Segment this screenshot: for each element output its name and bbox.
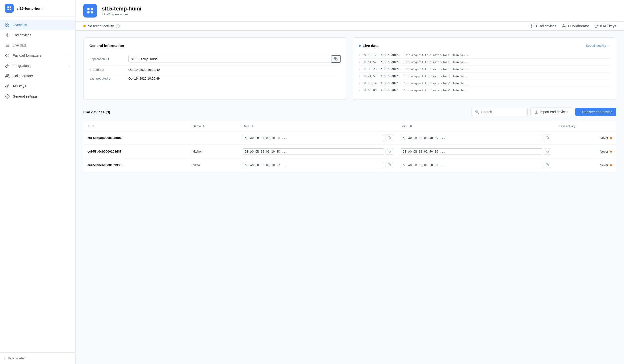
svg-rect-5 <box>8 23 9 24</box>
svg-rect-4 <box>6 23 7 24</box>
device-id: eui-58a0cb0000108d8f <box>87 150 121 153</box>
device-id-cell[interactable]: eui-58a0cb0000108b06 <box>83 131 189 145</box>
dev-eui-group: 58 A0 CB 00 00 10 93 ... <box>243 162 393 168</box>
copy-join-eui-button[interactable] <box>544 148 551 155</box>
app-id-value: sl15-temp-humi <box>107 12 129 16</box>
svg-rect-28 <box>335 58 337 60</box>
join-eui-group: 58 A0 CB 00 01 50 00 ... <box>401 148 551 155</box>
th-joineui: JoinEUI <box>397 121 555 131</box>
join-eui-group: 58 A0 CB 00 01 50 00 ... <box>401 135 551 141</box>
svg-point-8 <box>7 34 8 36</box>
sidebar: sl15-temp-humi Overview End devices Live… <box>0 0 76 364</box>
copy-dev-eui-button[interactable] <box>386 135 393 141</box>
copy-dev-eui-button[interactable] <box>386 148 393 155</box>
th-name[interactable]: Name ⇅ <box>189 121 239 131</box>
sidebar-item-api-keys[interactable]: API keys <box>0 81 75 91</box>
end-devices-stat[interactable]: 3 End devices <box>529 24 556 28</box>
svg-point-16 <box>6 74 7 76</box>
users-icon <box>5 73 10 78</box>
end-devices-section-header: End devices (3) 🔍 Import end devices + R… <box>83 108 616 116</box>
dev-eui-value: 58 A0 CB 00 00 10 8D ... <box>243 148 384 155</box>
never-dot <box>610 164 612 166</box>
svg-rect-33 <box>389 165 391 166</box>
chevron-down-icon: ⌄ <box>68 54 70 57</box>
hide-sidebar-button[interactable]: ‹ Hide sidebar <box>0 352 75 364</box>
last-activity-cell: Never <box>555 158 616 172</box>
join-eui-value: 58 A0 CB 00 01 50 00 ... <box>401 148 542 155</box>
sidebar-item-label: Payload formatters <box>13 53 41 57</box>
join-eui-value: 58 A0 CB 00 01 50 00 ... <box>401 162 542 168</box>
application-id-input[interactable] <box>129 56 332 62</box>
search-input[interactable] <box>481 110 524 114</box>
device-id-cell[interactable]: eui-58a0cb0000108d8f <box>83 145 189 158</box>
activity-device: eui-58a0cb... <box>381 89 402 92</box>
app-info: sl15-temp-humi ID: sl15-temp-humi <box>102 6 141 16</box>
dev-eui-value: 58 A0 CB 00 00 10 93 ... <box>243 162 384 168</box>
copy-join-eui-button[interactable] <box>544 162 551 168</box>
created-at-row: Created at Oct 19, 2022 10:20:49 <box>89 66 341 74</box>
general-info-card: General information Application ID Creat… <box>83 37 347 100</box>
device-id-cell[interactable]: eui-58a0cb0000109336 <box>83 158 189 172</box>
api-keys-stat-icon <box>595 24 599 28</box>
last-activity-value: Never <box>600 163 608 167</box>
activity-time: 08:51:52 <box>363 60 379 64</box>
application-id-field <box>128 55 341 63</box>
help-icon[interactable]: ? <box>116 24 120 28</box>
collaborators-stat[interactable]: 1 Collaborator <box>562 24 589 28</box>
join-eui-value: 58 A0 CB 00 01 50 00 ... <box>401 135 542 141</box>
dev-eui-group: 58 A0 CB 00 00 10 8B ... <box>243 135 393 141</box>
sidebar-item-integrations[interactable]: Integrations ⌄ <box>0 61 75 71</box>
sidebar-item-label: Live data <box>13 43 26 47</box>
sidebar-item-overview[interactable]: Overview <box>0 20 75 30</box>
import-end-devices-button[interactable]: Import end devices <box>530 108 572 116</box>
activity-device: eui-58a0cb... <box>381 53 402 57</box>
copy-dev-eui-button[interactable] <box>386 162 393 168</box>
sidebar-item-payload-formatters[interactable]: Payload formatters ⌄ <box>0 50 75 61</box>
dev-eui-group: 58 A0 CB 00 00 10 8D ... <box>243 148 393 155</box>
svg-rect-3 <box>10 9 11 10</box>
activity-device: eui-58a0cb... <box>381 67 402 71</box>
activity-time: 08:08:00 <box>363 89 379 92</box>
sidebar-item-general-settings[interactable]: General settings <box>0 91 75 101</box>
sidebar-header: sl15-temp-humi <box>0 0 75 17</box>
key-icon <box>5 84 10 89</box>
register-end-device-button[interactable]: + Register end device <box>575 108 616 116</box>
created-at-label: Created at <box>89 68 128 72</box>
last-updated-row: Last updated at Oct 19, 2022 10:20:49 <box>89 74 341 83</box>
status-bar: No recent activity ? 3 End devices 1 Col… <box>76 22 624 31</box>
live-data-header: Live data See all activity → <box>359 44 610 48</box>
end-devices-section-title: End devices (3) <box>83 110 110 114</box>
copy-application-id-button[interactable] <box>332 55 340 63</box>
last-activity-cell: Never <box>555 145 616 158</box>
api-keys-stat[interactable]: 0 API keys <box>595 24 616 28</box>
code-icon <box>5 53 10 58</box>
search-box[interactable]: 🔍 <box>471 108 527 116</box>
link-icon <box>5 63 10 68</box>
svg-rect-31 <box>389 151 391 153</box>
th-last-activity-label: Last activity <box>559 124 575 128</box>
svg-rect-6 <box>6 25 7 26</box>
svg-rect-0 <box>7 7 9 8</box>
devices-icon <box>5 33 10 37</box>
activity-device: eui-58a0cb... <box>381 81 402 85</box>
copy-join-eui-button[interactable] <box>544 135 551 141</box>
activity-row: ↑ 09:18:12 eui-58a0cb... Join-request to… <box>359 51 610 59</box>
sidebar-item-end-devices[interactable]: End devices <box>0 30 75 40</box>
th-id[interactable]: ID ⇅ <box>83 121 189 131</box>
activity-list: ↑ 09:18:12 eui-58a0cb... Join-request to… <box>359 51 610 94</box>
join-eui-cell: 58 A0 CB 00 01 50 00 ... <box>397 145 555 158</box>
activity-row: ↑ 08:51:52 eui-58a0cb... Join-request to… <box>359 59 610 66</box>
see-all-activity-link[interactable]: See all activity → <box>586 44 610 48</box>
never-dot <box>610 151 612 153</box>
up-arrow-icon: ↑ <box>359 75 360 78</box>
never-dot <box>610 137 612 139</box>
app-id-label: ID: <box>102 12 106 16</box>
join-eui-group: 58 A0 CB 00 01 50 00 ... <box>401 162 551 168</box>
activity-time: 09:18:12 <box>363 53 379 57</box>
sidebar-item-collaborators[interactable]: Collaborators <box>0 71 75 81</box>
activity-row: ↑ 08:36:28 eui-58a0cb... Join-request to… <box>359 66 610 73</box>
svg-point-17 <box>7 96 8 97</box>
activity-device: eui-58a0cb... <box>381 74 402 78</box>
sidebar-item-live-data[interactable]: Live data <box>0 40 75 50</box>
api-keys-count: 0 API keys <box>600 24 616 28</box>
